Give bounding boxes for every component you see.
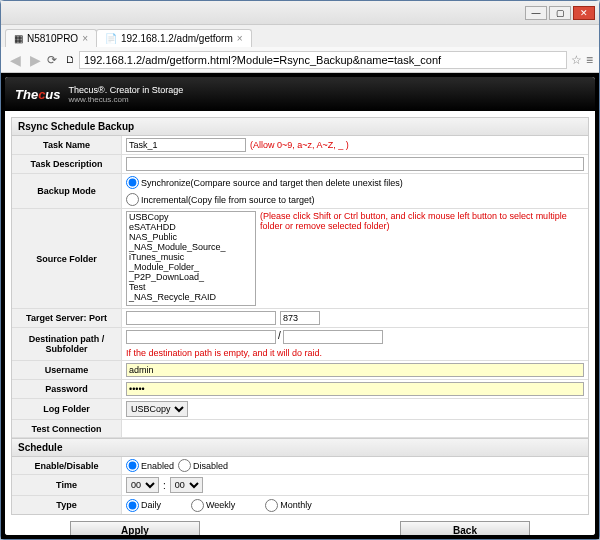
source-folder-label: Source Folder [12,209,122,308]
password-label: Password [12,380,122,398]
brand-tagline: Thecus®. Creator in Storage [69,85,184,95]
maximize-button[interactable]: ▢ [549,6,571,20]
time-minute-select[interactable]: 00 [170,477,203,493]
close-button[interactable]: ✕ [573,6,595,20]
back-icon[interactable]: ◀ [7,52,23,68]
source-folder-list[interactable]: USBCopyeSATAHDDNAS_Public_NAS_Module_Sou… [126,211,256,306]
browser-tabs: ▦ N5810PRO × 📄 192.168.1.2/adm/getform × [1,25,599,47]
test-connection-label: Test Connection [12,420,122,437]
tab-2[interactable]: 📄 192.168.1.2/adm/getform × [96,29,252,47]
main-panel: Rsync Schedule Backup Task Name (Allow 0… [11,117,589,515]
bookmark-icon[interactable]: ☆ [571,53,582,67]
password-input[interactable] [126,382,584,396]
username-label: Username [12,361,122,379]
backup-mode-sync-text: Synchronize(Compare source and target th… [141,178,403,188]
type-weekly-radio[interactable] [191,499,204,512]
source-item[interactable]: _Module_Folder_ [127,262,255,272]
task-name-label: Task Name [12,136,122,154]
dest-path-label: Destination path / Subfolder [12,328,122,360]
brand-header: Thecus Thecus®. Creator in Storage www.t… [5,77,595,111]
source-folder-hint: (Please click Shift or Ctrl button, and … [260,211,584,231]
task-desc-input[interactable] [126,157,584,171]
log-folder-label: Log Folder [12,399,122,419]
tab-2-close-icon[interactable]: × [237,33,243,44]
back-button[interactable]: Back [400,521,530,535]
brand-logo: Thecus [15,87,61,102]
source-item[interactable]: eSATAHDD [127,222,255,232]
page-icon: 🗋 [65,54,75,65]
backup-mode-sync-radio[interactable] [126,176,139,189]
source-item[interactable]: _P2P_DownLoad_ [127,272,255,282]
apply-button[interactable]: Apply [70,521,200,535]
page-viewport: Thecus Thecus®. Creator in Storage www.t… [1,73,599,539]
backup-mode-incr-text: Incremental(Copy file from source to tar… [141,195,315,205]
tab-1-close-icon[interactable]: × [82,33,88,44]
username-input[interactable] [126,363,584,377]
source-item[interactable]: NAS_Public [127,232,255,242]
dest-path-hint: If the destination path is empty, and it… [126,348,322,358]
tab-1[interactable]: ▦ N5810PRO × [5,29,97,47]
tab-favicon-icon: 📄 [105,33,117,44]
backup-mode-incr-radio[interactable] [126,193,139,206]
panel-title: Rsync Schedule Backup [12,118,588,136]
dest-path-input[interactable] [126,330,276,344]
minimize-button[interactable]: — [525,6,547,20]
address-bar-row: ◀ ▶ ⟳ 🗋 192.168.1.2/adm/getform.html?Mod… [1,47,599,73]
time-hour-select[interactable]: 00 [126,477,159,493]
button-bar: Apply Back [11,515,589,535]
reload-icon[interactable]: ⟳ [47,53,61,67]
source-item[interactable]: _NAS_Recycle_RAID [127,292,255,302]
target-server-label: Target Server: Port [12,309,122,327]
target-server-input[interactable] [126,311,276,325]
time-label: Time [12,475,122,495]
enable-label: Enable/Disable [12,457,122,474]
target-port-input[interactable] [280,311,320,325]
tab-1-label: N5810PRO [27,33,78,44]
backup-mode-label: Backup Mode [12,174,122,208]
log-folder-select[interactable]: USBCopy [126,401,188,417]
type-label: Type [12,496,122,514]
task-name-input[interactable] [126,138,246,152]
window-titlebar: — ▢ ✕ [1,1,599,25]
task-name-hint: (Allow 0~9, a~z, A~Z, _ ) [250,140,349,150]
forward-icon[interactable]: ▶ [27,52,43,68]
tab-favicon-icon: ▦ [14,33,23,44]
schedule-header: Schedule [12,438,588,457]
url-text: 192.168.1.2/adm/getform.html?Module=Rsyn… [84,54,441,66]
tab-2-label: 192.168.1.2/adm/getform [121,33,233,44]
form-content: Rsync Schedule Backup Task Name (Allow 0… [5,111,595,535]
source-item[interactable]: _NAS_Module_Source_ [127,242,255,252]
type-daily-radio[interactable] [126,499,139,512]
menu-icon[interactable]: ≡ [586,53,593,67]
source-item[interactable]: iTunes_music [127,252,255,262]
enabled-radio[interactable] [126,459,139,472]
address-bar[interactable]: 192.168.1.2/adm/getform.html?Module=Rsyn… [79,51,567,69]
task-desc-label: Task Description [12,155,122,173]
browser-window: — ▢ ✕ ▦ N5810PRO × 📄 192.168.1.2/adm/get… [0,0,600,540]
brand-site: www.thecus.com [69,95,184,104]
dest-subfolder-input[interactable] [283,330,383,344]
type-monthly-radio[interactable] [265,499,278,512]
source-item[interactable]: Test [127,282,255,292]
source-item[interactable]: USBCopy [127,212,255,222]
disabled-radio[interactable] [178,459,191,472]
